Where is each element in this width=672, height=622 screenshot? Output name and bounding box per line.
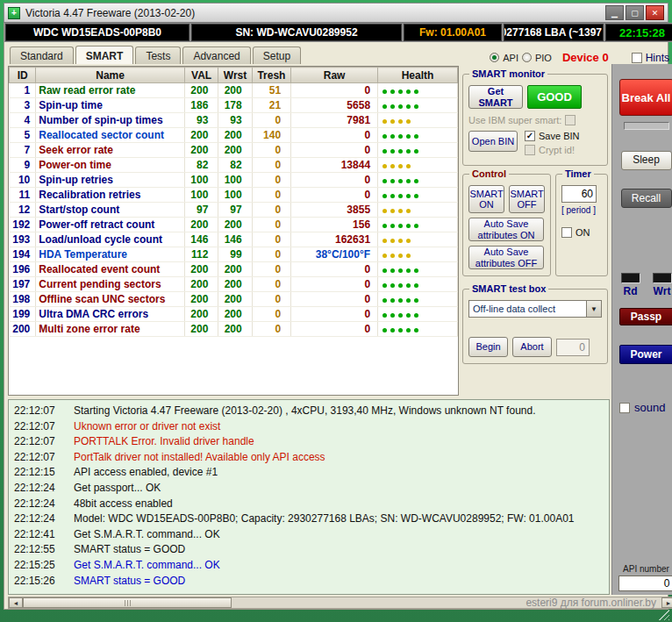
app-icon: +	[8, 7, 20, 19]
attr-name: Spin-up time	[36, 98, 185, 113]
tab-advanced[interactable]: Advanced	[182, 46, 250, 64]
timer-period-input[interactable]	[561, 185, 597, 203]
tab-bar: Standard SMART Tests Advanced Setup API …	[4, 42, 672, 64]
attr-val: 200	[184, 83, 218, 98]
autosave-attributes-on-button[interactable]: Auto Save attributes ON	[468, 218, 544, 241]
test-type-value: Off-line data collect	[469, 301, 586, 317]
scrollbar-thumb[interactable]	[23, 597, 232, 608]
attr-wrst: 200	[218, 262, 252, 277]
smart-on-button[interactable]: SMART ON	[468, 185, 504, 213]
table-row[interactable]: 196Reallocated event count20020000	[10, 262, 458, 277]
attr-id: 9	[10, 158, 36, 173]
table-row[interactable]: 9Power-on time8282013844	[10, 158, 458, 173]
app-window: + Victoria 4.47 Freeware (2013-02-20) ▁ …	[0, 0, 672, 622]
attr-tresh: 0	[252, 188, 290, 203]
table-row[interactable]: 12Start/stop count979703855	[10, 203, 458, 218]
header-id: ID	[10, 68, 36, 83]
log-line: 22:15:25Get S.M.A.R.T. command... OK	[11, 558, 607, 574]
attr-raw: 0	[291, 173, 378, 188]
tab-smart[interactable]: SMART	[75, 46, 134, 64]
save-bin-checkbox[interactable]	[525, 131, 535, 141]
table-row[interactable]: 197Current pending sectors20020000	[10, 277, 458, 292]
passport-button[interactable]: Passp	[619, 308, 672, 325]
chevron-down-icon[interactable]: ▼	[586, 301, 601, 317]
health-dot	[398, 328, 403, 332]
abort-test-button[interactable]: Abort	[512, 337, 552, 357]
health-dot	[390, 283, 395, 288]
attr-health	[378, 143, 458, 158]
attr-name: Spin-up retries	[36, 173, 185, 188]
sound-checkbox[interactable]	[619, 403, 630, 413]
attr-val: 112	[184, 247, 218, 262]
attr-health	[378, 307, 458, 322]
smart-off-button[interactable]: SMART OFF	[509, 185, 545, 213]
open-bin-button[interactable]: Open BIN	[468, 131, 518, 152]
read-activity-indicator	[621, 273, 640, 283]
table-row[interactable]: 199Ultra DMA CRC errors20020000	[10, 307, 458, 322]
tab-tests[interactable]: Tests	[135, 46, 181, 64]
health-dot	[398, 149, 403, 154]
table-row[interactable]: 193Load/unload cycle count1461460162631	[10, 232, 458, 247]
client-area: WDC WD15EADS-00P8B0 SN: WD-WCAVU0289952 …	[4, 23, 668, 610]
scroll-right-arrow-icon[interactable]: ►	[661, 597, 672, 608]
health-dot	[390, 313, 395, 318]
maximize-button[interactable]: ▢	[626, 5, 644, 20]
tab-standard[interactable]: Standard	[10, 46, 74, 64]
api-number-label: API number	[623, 564, 669, 574]
table-row[interactable]: 4Number of spin-up times939307981	[10, 113, 458, 128]
get-smart-button[interactable]: Get SMART	[468, 85, 523, 109]
attr-id: 10	[10, 173, 36, 188]
table-row[interactable]: 3Spin-up time186178215658	[10, 98, 458, 113]
break-all-button[interactable]: Break All	[619, 79, 672, 116]
health-dot	[406, 224, 411, 228]
scrollbar-track[interactable]: esteri9 для forum.onliner.by	[232, 597, 661, 608]
api-number-field[interactable]	[618, 576, 672, 591]
power-button[interactable]: Power	[619, 345, 672, 364]
attr-val: 100	[184, 188, 218, 203]
timer-on-checkbox[interactable]	[561, 227, 572, 238]
table-header-row: ID Name VAL Wrst Tresh Raw Health	[10, 68, 458, 83]
health-dot	[406, 268, 411, 273]
attr-id: 5	[10, 128, 36, 143]
attr-id: 197	[10, 277, 36, 292]
attr-val: 200	[184, 307, 218, 322]
autosave-attributes-off-button[interactable]: Auto Save attributes OFF	[468, 246, 544, 269]
table-row[interactable]: 200Multi zone error rate20020000	[10, 322, 458, 337]
pio-radio[interactable]	[522, 53, 532, 62]
hints-label: Hints	[646, 52, 669, 64]
attr-health	[378, 203, 458, 218]
attr-wrst: 200	[218, 307, 252, 322]
table-row[interactable]: 194HDA Temperature11299038°C/100°F	[10, 247, 458, 262]
attr-val: 93	[184, 113, 218, 128]
table-row[interactable]: 192Power-off retract count2002000156	[10, 218, 458, 232]
health-dot	[398, 239, 403, 243]
table-row[interactable]: 7Seek error rate20020000	[10, 143, 458, 158]
table-row[interactable]: 11Recalibration retries10010000	[10, 188, 458, 203]
attr-health	[378, 218, 458, 232]
sleep-button[interactable]: Sleep	[621, 151, 672, 170]
minimize-button[interactable]: ▁	[605, 5, 624, 20]
horizontal-scrollbar[interactable]: ◄ esteri9 для forum.onliner.by ►	[8, 597, 672, 609]
api-radio[interactable]	[490, 53, 499, 62]
begin-test-button[interactable]: Begin	[468, 337, 508, 357]
attr-val: 100	[184, 173, 218, 188]
health-dot	[390, 134, 395, 139]
tab-setup[interactable]: Setup	[253, 46, 301, 64]
table-row[interactable]: 5Reallocated sector count2002001400	[10, 128, 458, 143]
resize-grip[interactable]	[659, 610, 669, 620]
close-button[interactable]: ✕	[646, 5, 664, 20]
table-row[interactable]: 198Offline scan UNC sectors20020000	[10, 292, 458, 307]
hints-checkbox[interactable]	[632, 53, 642, 63]
title-bar[interactable]: + Victoria 4.47 Freeware (2013-02-20) ▁ …	[4, 3, 668, 23]
drive-model: WDC WD15EADS-00P8B0	[5, 24, 189, 41]
attr-name: HDA Temperature	[36, 247, 185, 262]
smart-control-panel: SMART monitor Get SMART GOOD Use IBM sup…	[462, 66, 610, 396]
table-row[interactable]: 1Raw read error rate200200510	[10, 83, 458, 98]
scroll-left-arrow-icon[interactable]: ◄	[9, 597, 23, 608]
health-dot	[406, 164, 411, 168]
test-type-dropdown[interactable]: Off-line data collect ▼	[468, 300, 602, 318]
log-line: 22:15:26SMART status = GOOD	[11, 574, 607, 590]
health-dot	[390, 239, 395, 243]
recall-button[interactable]: Recall	[621, 189, 672, 208]
table-row[interactable]: 10Spin-up retries10010000	[10, 173, 458, 188]
